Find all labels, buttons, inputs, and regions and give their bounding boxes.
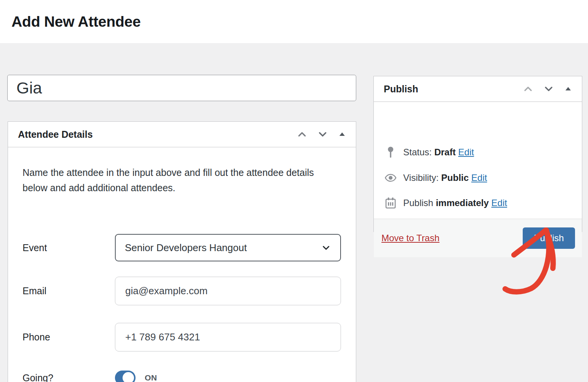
email-field[interactable] [115, 277, 341, 305]
publish-header: Publish [374, 76, 582, 102]
going-toggle[interactable] [115, 371, 136, 382]
attendee-details-metabox: Attendee Details Name the attendee in th… [8, 121, 356, 382]
chevron-up-icon[interactable] [296, 128, 309, 141]
collapse-triangle-icon[interactable] [563, 84, 573, 94]
pin-icon [384, 146, 397, 158]
publish-title: Publish [384, 84, 418, 95]
chevron-up-icon[interactable] [522, 82, 535, 95]
status-text: Status: Draft Edit [403, 147, 474, 158]
publish-footer: Move to Trash Publish [374, 219, 582, 257]
event-select-value: Senior Developers Hangout [125, 242, 247, 254]
phone-field-row: Phone [23, 323, 341, 351]
schedule-row: Publish immediately Edit [384, 195, 507, 211]
publish-metabox: Publish Status: Draft [373, 76, 582, 232]
edit-status-link[interactable]: Edit [458, 147, 474, 157]
attendee-details-header: Attendee Details [8, 122, 356, 147]
visibility-text: Visibility: Public Edit [403, 172, 487, 183]
publish-body: Status: Draft Edit Visibility: Public Ed… [374, 102, 582, 257]
event-select[interactable]: Senior Developers Hangout [115, 234, 341, 261]
attendee-details-title: Attendee Details [18, 129, 93, 140]
attendee-name-input[interactable] [7, 75, 356, 101]
toggle-state-label: ON [145, 373, 157, 382]
chevron-down-icon [320, 242, 332, 253]
event-field-row: Event Senior Developers Hangout [23, 234, 341, 261]
calendar-icon [384, 197, 397, 209]
phone-label: Phone [23, 332, 115, 343]
email-field-row: Email [23, 277, 341, 305]
move-to-trash-link[interactable]: Move to Trash [381, 233, 439, 243]
add-new-attendee-page: Add New Attendee Attendee Details Name t… [0, 0, 588, 382]
collapse-triangle-icon[interactable] [337, 129, 347, 140]
attendee-details-description: Name the attendee in the input above and… [23, 165, 336, 195]
phone-field[interactable] [115, 323, 341, 351]
edit-visibility-link[interactable]: Edit [471, 172, 487, 183]
publish-button[interactable]: Publish [523, 227, 575, 249]
page-title: Add New Attendee [11, 13, 141, 30]
eye-icon [384, 173, 397, 182]
chevron-down-icon[interactable] [316, 128, 329, 141]
event-label: Event [23, 242, 115, 253]
status-row: Status: Draft Edit [384, 145, 474, 160]
going-field-row: Going? ON [23, 371, 341, 382]
chevron-down-icon[interactable] [542, 82, 555, 95]
schedule-text: Publish immediately Edit [403, 198, 507, 208]
edit-schedule-link[interactable]: Edit [491, 198, 507, 208]
toggle-knob [123, 372, 134, 382]
metabox-handle-actions [522, 82, 573, 95]
attendee-details-body: Name the attendee in the input above and… [8, 147, 356, 382]
email-label: Email [23, 285, 115, 297]
going-label: Going? [23, 372, 115, 382]
page-header: Add New Attendee [0, 0, 588, 43]
metabox-handle-actions [296, 128, 347, 141]
visibility-row: Visibility: Public Edit [384, 170, 487, 185]
